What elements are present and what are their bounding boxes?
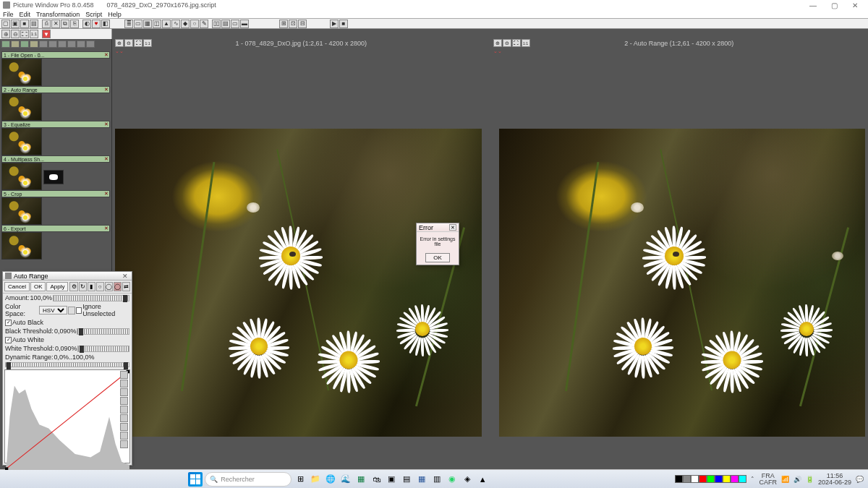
auto-range-titlebar[interactable]: Auto Range ✕ — [3, 272, 132, 281]
colorspace-select[interactable]: HSV — [39, 306, 67, 314]
pen-icon[interactable]: ✎ — [200, 20, 208, 28]
app1-icon[interactable]: ▣ — [385, 473, 398, 486]
sidebar-tool-4[interactable] — [30, 40, 38, 48]
start-button[interactable] — [188, 472, 203, 487]
battery-icon[interactable]: 🔋 — [806, 476, 814, 483]
ruler-icon[interactable]: ▭ — [134, 20, 142, 28]
circle2-icon[interactable]: ◯ — [105, 282, 113, 291]
window-icon[interactable]: ⊡ — [289, 20, 297, 28]
taskbar-search[interactable]: 🔍 Rechercher — [205, 472, 292, 487]
new-icon[interactable]: ▢ — [1, 20, 10, 28]
auto-black-checkbox[interactable]: ✓ — [5, 320, 12, 326]
open-icon[interactable]: ▣ — [11, 20, 20, 28]
refresh-icon[interactable]: ↻ — [79, 282, 87, 291]
sidebar-tool-2[interactable] — [11, 40, 20, 48]
zoom-in-icon[interactable]: ⊕ — [1, 30, 10, 38]
zoom-in-right-icon[interactable]: ⊕ — [493, 39, 502, 47]
sidebar-tool-1[interactable] — [1, 40, 10, 48]
word-icon[interactable]: ▦ — [415, 473, 428, 486]
play-icon[interactable]: ▶ — [330, 20, 339, 28]
swap-icon[interactable]: ⇄ — [122, 282, 130, 291]
circle3-icon[interactable]: ◯ — [114, 282, 122, 291]
error-dialog-title[interactable]: Error ✕ — [417, 223, 459, 232]
zoom-out-icon[interactable]: ⊖ — [11, 30, 20, 38]
app4-icon[interactable]: ◈ — [461, 473, 474, 486]
auto-white-checkbox[interactable]: ✓ — [5, 337, 12, 343]
apply-button[interactable]: Apply — [46, 282, 68, 291]
histo-tool-7[interactable] — [120, 423, 128, 431]
histo-tool-9[interactable] — [120, 440, 128, 448]
folder-icon[interactable]: ▤ — [30, 20, 38, 28]
copy-icon[interactable]: ⧉ — [61, 20, 69, 28]
tray-chevron-icon[interactable]: ˄ — [751, 476, 754, 483]
histo-tool-2[interactable] — [120, 380, 128, 388]
histo-tool-3[interactable] — [120, 388, 128, 396]
app2-icon[interactable]: ▤ — [400, 473, 413, 486]
error-ok-button[interactable]: OK — [425, 253, 450, 262]
volume-icon[interactable]: 🔊 — [793, 476, 801, 483]
sidebar-tool-6[interactable] — [48, 40, 57, 48]
menu-script[interactable]: Script — [85, 11, 102, 18]
delete-icon[interactable]: ✕ — [51, 20, 60, 28]
align-left-icon[interactable]: ≣ — [124, 20, 133, 28]
settings-icon[interactable]: ⚙ — [69, 282, 77, 291]
tray-date[interactable]: 2024-06-29 — [818, 479, 851, 486]
menu-edit[interactable]: Edit — [20, 11, 31, 18]
sidebar-tool-8[interactable] — [67, 40, 76, 48]
tray-keyboard[interactable]: CAFR — [759, 479, 777, 486]
white-threshold-slider[interactable] — [77, 346, 129, 352]
histo-tool-4[interactable] — [120, 397, 128, 405]
print-icon[interactable]: ⎙ — [42, 20, 51, 28]
chrome-icon[interactable]: 🌐 — [324, 473, 337, 486]
zoom-11-right-icon[interactable]: 1:1 — [522, 39, 530, 47]
split-v-icon[interactable]: ▯▯ — [212, 20, 221, 28]
paste-icon[interactable]: ⎘ — [70, 20, 79, 28]
mode-icon[interactable]: ▮ — [88, 282, 95, 291]
zoom-out-right-icon[interactable]: ⊖ — [503, 39, 511, 47]
image-right[interactable] — [499, 129, 866, 437]
menu-transformation[interactable]: Transformation — [36, 11, 80, 18]
sidebar-tool-9[interactable] — [77, 40, 85, 48]
notifications-icon[interactable]: 💬 — [856, 476, 864, 483]
window-close[interactable]: ✕ — [845, 1, 865, 9]
menu-help[interactable]: Help — [108, 11, 122, 18]
curves-icon[interactable]: ∿ — [171, 20, 180, 28]
black-threshold-slider[interactable] — [77, 328, 129, 335]
thumb-header-1[interactable]: 2 - Auto Range✕ — [1, 86, 110, 93]
histogram-icon[interactable]: ◫ — [153, 20, 161, 28]
thumb-header-4[interactable]: 5 - Crop✕ — [1, 190, 110, 197]
thumb-header-0[interactable]: 1 - File Open - 0...✕ — [1, 51, 110, 59]
layout1-icon[interactable]: ▭ — [231, 20, 239, 28]
excel-icon[interactable]: ▦ — [354, 473, 367, 486]
grid-icon[interactable]: ▦ — [143, 20, 152, 28]
error-close-icon[interactable]: ✕ — [449, 224, 456, 231]
zoom-fit-right-icon[interactable]: ⛶ — [512, 39, 521, 47]
zoom-fit-icon[interactable]: ⛶ — [20, 30, 29, 38]
histo-tool-6[interactable] — [120, 414, 128, 422]
image-left[interactable] — [115, 129, 482, 437]
color-picker-icon[interactable]: ◐ — [82, 20, 91, 28]
wifi-icon[interactable]: 📶 — [781, 476, 789, 483]
system-tray[interactable]: ˄ FRA CAFR 📶 🔊 🔋 11:56 2024-06-29 💬 — [675, 473, 864, 486]
thumb-image-0[interactable] — [1, 59, 42, 86]
sidebar-tool-7[interactable] — [58, 40, 67, 48]
thumb-image-1[interactable] — [1, 93, 42, 121]
thumb-image-3[interactable] — [1, 163, 42, 190]
zoom-fit-left-icon[interactable]: ⛶ — [134, 39, 142, 47]
ok-button[interactable]: OK — [30, 282, 46, 291]
window2-icon[interactable]: ⊟ — [298, 20, 307, 28]
save-icon[interactable]: ■ — [20, 20, 29, 28]
edge-icon[interactable]: 🌊 — [339, 473, 352, 486]
grid2-icon[interactable]: ⊞ — [279, 20, 288, 28]
pw-icon[interactable]: ▲ — [476, 473, 489, 486]
histogram[interactable] — [4, 369, 130, 463]
levels-icon[interactable]: ▲ — [162, 20, 171, 28]
amount-slider[interactable] — [53, 295, 129, 301]
dynamic-range-slider[interactable] — [5, 362, 129, 367]
sharpen-icon[interactable]: ◆ — [181, 20, 190, 28]
menu-file[interactable]: File — [3, 11, 14, 18]
zoom-out-left-icon[interactable]: ⊖ — [124, 39, 133, 47]
zoom-11-icon[interactable]: 1:1 — [30, 30, 38, 38]
whatsapp-icon[interactable]: ◉ — [446, 473, 459, 486]
zoom-11-left-icon[interactable]: 1:1 — [143, 39, 152, 47]
